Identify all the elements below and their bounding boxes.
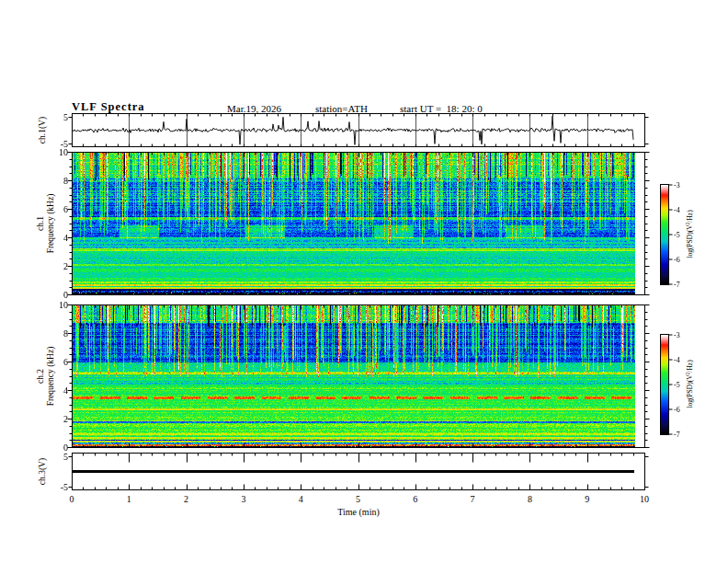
ch1-waveform-plot	[64, 113, 653, 147]
colorbar1-label-suffix: /Hz)	[686, 210, 694, 222]
colorbar2-label-sup: 2	[685, 373, 690, 375]
x-tick-label: 9	[585, 494, 589, 504]
ch1-spec-ytick-label: 2	[42, 261, 68, 271]
colorbar1-tick-label: -5	[674, 231, 680, 239]
colorbar1-tick-label: -4	[674, 206, 680, 214]
ch1-spec-ytick-label: 8	[42, 176, 68, 186]
colorbar1-label-sup: 2	[685, 223, 690, 225]
ch3-waveform-plot	[64, 453, 653, 490]
ch2-spec-ytick-label: 2	[42, 414, 68, 424]
x-tick-label: 6	[413, 494, 417, 504]
colorbar1-label-prefix: log(PSD)(V	[686, 224, 694, 258]
colorbar1-tick-label: -6	[674, 256, 680, 264]
x-tick-label: 1	[127, 494, 131, 504]
x-tick-label: 8	[528, 494, 532, 504]
colorbar2-tick-label: -4	[674, 356, 680, 364]
figure-title: VLF Spectra	[72, 100, 145, 114]
colorbar2-tick-label: -7	[674, 431, 680, 439]
x-tick-label: 2	[184, 494, 188, 504]
colorbar2-tick-label: -3	[674, 331, 680, 339]
ch2-spec-ylabel-line2: Frequency (kHz)	[46, 304, 56, 448]
x-tick-label: 4	[299, 494, 303, 504]
colorbar2-axis-label: log(PSD)(V2/Hz)	[684, 335, 692, 434]
ch2-spec-ytick-label: 6	[42, 357, 68, 367]
x-tick-label: 5	[356, 494, 360, 504]
colorbar1-tick-label: -3	[674, 181, 680, 190]
colorbar2-tick-label: -6	[674, 406, 680, 414]
ch2-spectrogram-plot	[64, 304, 653, 448]
x-tick-label: 7	[471, 494, 475, 504]
ch1-spectrogram-plot	[64, 152, 653, 295]
ch1-spec-ylabel: ch.1 Frequency (kHz)	[36, 152, 56, 295]
x-tick-label: 3	[241, 494, 245, 504]
ch2-spec-ytick-label: 10	[42, 300, 68, 310]
ch1-spec-ytick-label: 4	[42, 233, 68, 243]
ch1-wave-ytick-label: 5	[42, 111, 68, 121]
colorbar1-tick-label: -7	[674, 281, 680, 289]
x-tick-label: 10	[640, 494, 649, 504]
ch1-spec-ytick-label: 6	[42, 204, 68, 214]
vlf-spectra-figure: VLF Spectra Mar.19, 2026 station=ATH sta…	[0, 0, 728, 563]
ch1-spec-ytick-label: 0	[42, 290, 68, 300]
x-tick-label: 0	[70, 494, 74, 504]
ch2-spec-ytick-label: 8	[42, 328, 68, 339]
ch1-spec-ylabel-line2: Frequency (kHz)	[46, 152, 56, 295]
x-axis-title: Time (min)	[337, 507, 379, 517]
colorbar1-axis-label: log(PSD)(V2/Hz)	[684, 185, 692, 284]
ch3-wave-ytick-label: -5	[42, 482, 68, 492]
ch2-spec-ylabel: ch.2 Frequency (kHz)	[36, 304, 56, 448]
ch3-wave-ytick-label: 5	[42, 451, 68, 461]
ch1-spec-ylabel-line1: ch.1	[36, 152, 46, 295]
colorbar2-label-prefix: log(PSD)(V	[686, 374, 694, 408]
colorbar2-label-suffix: /Hz)	[686, 360, 694, 372]
ch2-spec-ytick-label: 4	[42, 385, 68, 396]
ch2-spec-ylabel-line1: ch.2	[36, 304, 46, 448]
ch1-wave-ytick-label: -5	[42, 139, 68, 149]
colorbar2-tick-label: -5	[674, 381, 680, 389]
